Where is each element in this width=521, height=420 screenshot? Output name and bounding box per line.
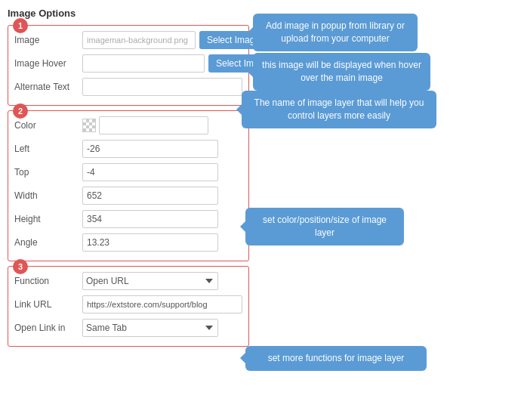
left-input[interactable] [82, 140, 218, 158]
tooltip-functions: set more functions for image layer [245, 346, 427, 371]
width-label: Width [14, 190, 82, 201]
section2-box: 2 Color Left Top Width [8, 110, 249, 261]
alternate-text-input[interactable] [82, 78, 242, 96]
alternate-text-row: Alternate Text [14, 77, 242, 97]
angle-input[interactable] [82, 233, 218, 252]
image-hover-label: Image Hover [14, 58, 82, 69]
section1-badge: 1 [13, 18, 28, 33]
link-url-input[interactable] [82, 295, 242, 313]
width-row: Width [14, 186, 242, 205]
color-row: Color [14, 116, 242, 135]
angle-row: Angle [14, 233, 242, 252]
top-label: Top [14, 167, 82, 178]
width-input[interactable] [82, 187, 218, 205]
image-hover-input[interactable] [82, 54, 205, 73]
function-row: Function Open URL None [14, 271, 242, 291]
color-swatch[interactable] [82, 119, 96, 132]
section2-badge: 2 [13, 103, 28, 119]
left-label: Left [14, 144, 82, 154]
image-row: Image Select Image [14, 30, 242, 50]
tooltip-add-image: Add image in popup from library or uploa… [253, 14, 418, 51]
top-input[interactable] [82, 163, 218, 181]
alternate-text-label: Alternate Text [14, 82, 82, 92]
image-label: Image [14, 35, 82, 45]
angle-label: Angle [14, 237, 82, 248]
section1-box: 1 Image Select Image Image Hover Select … [8, 25, 249, 106]
tooltip-image-hover: this image will be displayed when hover … [253, 53, 430, 91]
left-panel: Image Options 1 Image Select Image Image… [8, 8, 249, 351]
left-row: Left [14, 139, 242, 159]
section3-badge: 3 [13, 259, 28, 274]
image-options-panel: Image Options 1 Image Select Image Image… [0, 0, 521, 420]
image-input[interactable] [82, 31, 196, 49]
height-row: Height [14, 209, 242, 229]
color-input[interactable] [99, 116, 208, 134]
top-row: Top [14, 162, 242, 182]
function-select[interactable]: Open URL None [82, 272, 218, 290]
section3-box: 3 Function Open URL None Link URL Open L… [8, 266, 249, 347]
color-input-group[interactable] [82, 116, 208, 134]
link-url-label: Link URL [14, 299, 82, 310]
link-url-row: Link URL [14, 295, 242, 314]
height-label: Height [14, 214, 82, 224]
tooltip-color-position: set color/position/size of image layer [245, 208, 404, 246]
image-hover-row: Image Hover Select Image [14, 54, 242, 73]
tooltip-alternate-text: The name of image layer that will help y… [242, 91, 436, 128]
open-link-select[interactable]: Same Tab New Tab [82, 319, 218, 337]
panel-title: Image Options [8, 8, 249, 19]
function-label: Function [14, 276, 82, 286]
height-input[interactable] [82, 210, 218, 228]
color-label: Color [14, 120, 82, 131]
open-link-row: Open Link in Same Tab New Tab [14, 318, 242, 338]
open-link-label: Open Link in [14, 323, 82, 333]
